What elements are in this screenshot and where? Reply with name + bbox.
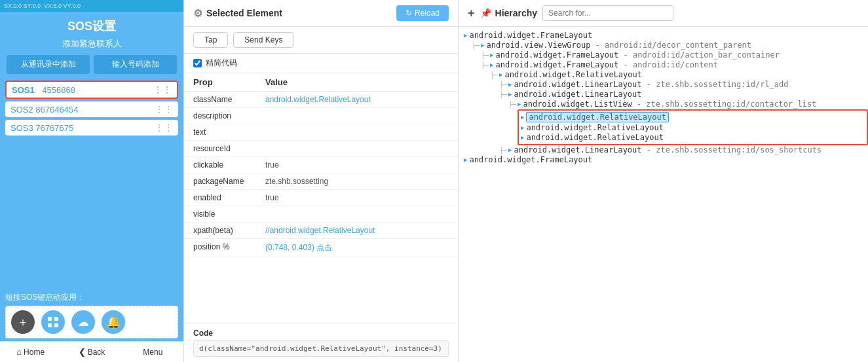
selected-element-title: Selected Element — [206, 8, 282, 18]
node-icon: ▶ — [508, 91, 512, 98]
sos-contact-item-3[interactable]: SOS3 76767675 ⋮⋮ — [5, 120, 178, 136]
edit-icon-3[interactable]: ⋮⋮ — [155, 122, 173, 133]
tree-node[interactable]: ├─▶android.widget.LinearLayout — [462, 90, 868, 99]
send-keys-button[interactable]: Send Keys — [233, 32, 293, 48]
sos-contact-item-2[interactable]: SOS2 867646454 ⋮⋮ — [5, 101, 178, 117]
tree-node[interactable]: ▶android.widget.RelativeLayout — [521, 123, 865, 132]
table-row: classNameandroid.widget.RelativeLayout — [184, 92, 458, 108]
node-icon: ▶ — [464, 156, 467, 163]
node-icon: ▶ — [521, 134, 524, 141]
highlighted-group: ▶android.widget.RelativeLayout▶android.w… — [518, 109, 868, 145]
value-cell[interactable]: (0.748, 0.403) 点击 — [256, 239, 458, 257]
code-block: d(className="android.widget.RelativeLayo… — [193, 340, 449, 357]
table-row: resourceId — [184, 141, 458, 157]
tree-node[interactable]: ├─▶android.widget.FrameLayout - android:… — [462, 50, 868, 60]
edit-icon-1[interactable]: ⋮⋮ — [153, 84, 172, 95]
node-icon: ▶ — [508, 147, 512, 153]
node-label: android.view.ViewGroup - android:id/deco… — [486, 41, 751, 50]
right-panel: + 📌 Hierarchy ▶android.widget.FrameLayou… — [459, 0, 868, 362]
tree-node[interactable]: ├─▶android.widget.LinearLayout - zte.shb… — [462, 80, 868, 89]
svg-rect-3 — [54, 323, 58, 327]
tree-node[interactable]: ├─▶android.widget.FrameLayout - android:… — [462, 60, 868, 69]
tree-connector: ├─ — [481, 62, 489, 69]
value-cell: true — [256, 157, 458, 173]
node-icon: ▶ — [464, 32, 467, 39]
tree-node[interactable]: ▶android.widget.FrameLayout — [462, 31, 868, 40]
prop-cell: position % — [184, 239, 256, 257]
settings-icon: ⚙ — [193, 7, 202, 20]
table-row: enabledtrue — [184, 190, 458, 206]
node-label: android.widget.FrameLayout — [469, 31, 592, 40]
tree-node[interactable]: ├─▶android.widget.RelativeLayout — [462, 70, 868, 79]
value-cell — [256, 108, 458, 124]
sos-contact-list: SOS1 4556868 ⋮⋮ SOS2 867646454 ⋮⋮ SOS3 7… — [0, 81, 183, 288]
sos-title: SOS设置 — [0, 12, 183, 38]
tree-connector: ├─ — [508, 101, 516, 108]
value-cell — [256, 141, 458, 157]
hierarchy-add-button[interactable]: + — [468, 7, 475, 20]
table-row: text — [184, 124, 458, 141]
table-row: xpath(beta)//android.widget.RelativeLayo… — [184, 223, 458, 239]
tree-node[interactable]: ▶android.widget.RelativeLayout — [521, 112, 865, 122]
add-by-number-button[interactable]: 输入号码添加 — [94, 55, 177, 74]
shortcut-bell-icon[interactable]: 🔔 — [102, 310, 125, 334]
sos-contact-item-1[interactable]: SOS1 4556868 ⋮⋮ — [5, 81, 178, 99]
hierarchy-title: Hierarchy — [495, 8, 538, 18]
sos2-label: SOS2 — [10, 105, 33, 115]
shortcut-cloud-icon[interactable]: ☁ — [71, 310, 95, 334]
prop-cell: resourceId — [184, 141, 256, 157]
sos2-number: 867646454 — [35, 105, 78, 115]
table-row: position %(0.748, 0.403) 点击 — [184, 239, 458, 257]
shortcut-add-icon[interactable]: ＋ — [11, 310, 35, 334]
left-panel: SX:0.0 SY:0.0 VX:5.0 VY:0.0 SOS设置 添加紧急联系… — [0, 0, 183, 362]
tree-node[interactable]: ▶android.widget.FrameLayout — [462, 155, 868, 164]
value-cell[interactable]: android.widget.RelativeLayout — [256, 92, 458, 108]
prop-cell: clickable — [184, 157, 256, 173]
tap-button[interactable]: Tap — [193, 32, 228, 48]
node-icon: ▶ — [508, 81, 512, 88]
node-icon: ▶ — [518, 101, 521, 107]
tree-connector: ├─ — [472, 42, 480, 49]
tree-connector: ├─ — [499, 81, 507, 88]
simplify-checkbox[interactable] — [193, 59, 202, 67]
node-label: android.widget.ListView - zte.shb.sosset… — [523, 100, 816, 109]
edit-icon-2[interactable]: ⋮⋮ — [155, 104, 173, 115]
shortcut-icons-row: ＋ ☁ 🔔 — [5, 306, 178, 338]
sos3-number: 76767675 — [35, 123, 73, 133]
shortcut-apps-icon[interactable] — [41, 310, 65, 334]
sos3-label: SOS3 — [10, 123, 33, 133]
svg-rect-1 — [54, 317, 58, 321]
home-button[interactable]: ⌂ Home — [0, 344, 61, 359]
simplify-row: 精简代码 — [184, 54, 458, 73]
tree-connector: ├─ — [499, 147, 507, 154]
top-bar-coords: SX:0.0 SY:0.0 VX:5.0 VY:0.0 — [4, 3, 81, 9]
right-header-title-area: 📌 Hierarchy — [480, 8, 538, 18]
hierarchy-search-input[interactable] — [542, 5, 673, 21]
menu-button[interactable]: Menu — [123, 344, 183, 359]
table-row: visible — [184, 206, 458, 223]
value-column-header: Value — [256, 73, 458, 92]
reload-button[interactable]: ↻ Reload — [396, 5, 449, 21]
prop-cell: className — [184, 92, 256, 108]
code-section: Code d(className="android.widget.Relativ… — [184, 323, 458, 362]
shortcut-section: 短按SOS键启动应用： ＋ ☁ 🔔 — [0, 288, 183, 341]
menu-label: Menu — [143, 348, 162, 357]
tree-node[interactable]: ├─▶android.widget.LinearLayout - zte.shb… — [462, 145, 868, 154]
node-icon: ▶ — [481, 42, 484, 48]
prop-cell: packageName — [184, 173, 256, 190]
tree-node[interactable]: ├─▶android.view.ViewGroup - android:id/d… — [462, 41, 868, 50]
add-from-contacts-button[interactable]: 从通讯录中添加 — [7, 55, 90, 74]
tree-node[interactable]: ├─▶android.widget.ListView - zte.shb.sos… — [462, 100, 868, 109]
value-cell — [256, 206, 458, 223]
value-cell[interactable]: //android.widget.RelativeLayout — [256, 223, 458, 239]
value-cell: true — [256, 190, 458, 206]
prop-cell: visible — [184, 206, 256, 223]
table-row: packageNamezte.shb.sossetting — [184, 173, 458, 190]
prop-cell: xpath(beta) — [184, 223, 256, 239]
svg-rect-0 — [48, 317, 52, 321]
reload-label: Reload — [415, 9, 440, 18]
back-button[interactable]: ❮ Back — [61, 344, 122, 359]
tree-connector: ├─ — [481, 52, 489, 59]
mid-panel: ⚙ Selected Element ↻ Reload Tap Send Key… — [183, 0, 459, 362]
tree-node[interactable]: ▶android.widget.RelativeLayout — [521, 133, 865, 142]
